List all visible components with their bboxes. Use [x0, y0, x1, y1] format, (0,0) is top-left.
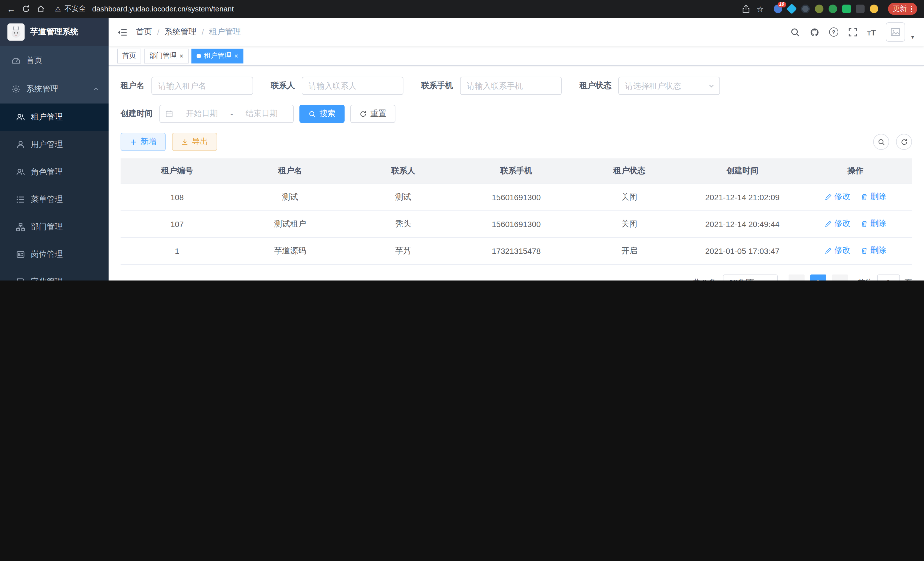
search-icon[interactable]: [790, 27, 800, 37]
back-icon[interactable]: ←: [7, 5, 15, 13]
sidebar-item-home[interactable]: 首页: [0, 46, 109, 75]
cell-phone: 15601691300: [460, 211, 573, 237]
breadcrumb-item[interactable]: 系统管理: [165, 27, 196, 37]
prev-page-button[interactable]: ‹: [789, 274, 805, 281]
extension-badge: 10: [778, 2, 785, 8]
search-button[interactable]: 搜索: [299, 105, 345, 123]
edit-link[interactable]: 修改: [825, 219, 850, 229]
status-select[interactable]: [618, 77, 720, 95]
tenant-name-input[interactable]: [152, 77, 253, 95]
org-tree-icon: [16, 223, 25, 232]
extension-icon[interactable]: [786, 3, 796, 14]
extension-icon[interactable]: 10: [773, 5, 782, 13]
sidebar-item-user[interactable]: 用户管理: [0, 131, 109, 158]
table-row[interactable]: 1 芋道源码 芋艿 17321315478 开启 2021-01-05 17:0…: [121, 237, 912, 264]
toggle-search-button[interactable]: [873, 134, 889, 150]
edit-link[interactable]: 修改: [825, 246, 850, 256]
bookmark-star-icon[interactable]: ☆: [757, 4, 764, 14]
add-button[interactable]: 新增: [121, 133, 166, 151]
github-icon[interactable]: [810, 27, 819, 37]
goto-label: 前往: [858, 277, 873, 281]
refresh-icon[interactable]: [22, 5, 30, 13]
avatar[interactable]: [886, 22, 905, 42]
caret-down-icon[interactable]: ▼: [910, 35, 915, 40]
extension-icon[interactable]: [842, 5, 850, 13]
cell-tenant-name: 芋道源码: [234, 237, 347, 264]
extension-icon[interactable]: [869, 5, 878, 13]
share-icon[interactable]: [742, 5, 750, 13]
create-time-label: 创建时间: [121, 109, 153, 119]
tags-view: 首页 部门管理 × 租户管理 ×: [109, 46, 924, 66]
trash-icon: [861, 193, 868, 201]
tab-dept[interactable]: 部门管理 ×: [144, 48, 189, 63]
sidebar-item-menu[interactable]: 菜单管理: [0, 186, 109, 213]
sidebar-item-dict[interactable]: 字典管理: [0, 268, 109, 281]
chevron-up-icon: [93, 86, 99, 93]
download-icon: [181, 138, 189, 146]
cell-phone: 17321315478: [460, 237, 573, 264]
close-icon[interactable]: ×: [234, 52, 238, 59]
cell-tenant-id: 108: [121, 183, 234, 211]
breadcrumb-item[interactable]: 首页: [136, 27, 152, 37]
refresh-table-button[interactable]: [896, 134, 912, 150]
security-indicator[interactable]: ⚠ 不安全: [55, 4, 86, 14]
cell-created: 2021-12-14 21:02:09: [686, 183, 799, 211]
date-range-picker[interactable]: 开始日期 - 结束日期: [159, 105, 294, 123]
status-label: 租户状态: [579, 81, 611, 91]
page-size-select[interactable]: 10条/页: [723, 274, 778, 281]
sidebar-logo[interactable]: 芋道管理系统: [0, 18, 109, 46]
sidebar-toggle-button[interactable]: [109, 28, 136, 36]
edit-icon: [825, 193, 832, 201]
cell-operations: 修改 删除: [799, 183, 912, 211]
system-submenu: 租户管理 用户管理 角色管理 菜单管理: [0, 104, 109, 281]
refresh-icon: [359, 110, 367, 117]
help-icon[interactable]: ?: [829, 27, 838, 37]
extension-icon[interactable]: [801, 5, 809, 13]
home-icon[interactable]: [37, 5, 45, 13]
sidebar-item-dept[interactable]: 部门管理: [0, 213, 109, 241]
cell-status: 关闭: [573, 183, 686, 211]
cell-contact: 芋艿: [346, 237, 460, 264]
reset-button[interactable]: 重置: [350, 105, 395, 123]
screen: ← ⚠ 不安全 dashboard.yudao.iocoder.cn/syste…: [0, 0, 924, 281]
table-header-row: 租户编号 租户名 联系人 联系手机 租户状态 创建时间 操作: [121, 158, 912, 183]
address-bar[interactable]: dashboard.yudao.iocoder.cn/system/tenant: [92, 5, 735, 13]
table-row[interactable]: 108 测试 测试 15601691300 关闭 2021-12-14 21:0…: [121, 183, 912, 211]
close-icon[interactable]: ×: [179, 52, 183, 59]
font-size-icon[interactable]: TT: [867, 28, 876, 36]
users-icon: [16, 113, 25, 122]
delete-link[interactable]: 删除: [861, 246, 886, 256]
cell-contact: 秃头: [346, 211, 460, 237]
sidebar-item-tenant[interactable]: 租户管理: [0, 104, 109, 131]
page-number-button[interactable]: 1: [810, 274, 826, 281]
sidebar-item-role[interactable]: 角色管理: [0, 158, 109, 186]
book-icon: [16, 277, 25, 281]
goto-page-input[interactable]: [877, 274, 900, 281]
sidebar-item-post[interactable]: 岗位管理: [0, 241, 109, 268]
fullscreen-icon[interactable]: [848, 27, 858, 37]
tenant-table: 租户编号 租户名 联系人 联系手机 租户状态 创建时间 操作 108 测试: [121, 158, 912, 265]
column-header-name: 租户名: [234, 158, 347, 183]
phone-input[interactable]: [460, 77, 562, 95]
extension-icon[interactable]: [828, 5, 837, 13]
extension-icon[interactable]: [856, 5, 864, 13]
column-header-phone: 联系手机: [460, 158, 573, 183]
next-page-button[interactable]: ›: [832, 274, 848, 281]
export-button[interactable]: 导出: [172, 133, 217, 151]
user-icon: [16, 140, 25, 149]
extension-icon[interactable]: [814, 5, 823, 13]
update-label: 更新: [893, 4, 907, 14]
delete-link[interactable]: 删除: [861, 192, 886, 202]
cell-phone: 15601691300: [460, 183, 573, 211]
phone-label: 联系手机: [421, 81, 453, 91]
sidebar-item-system[interactable]: 系统管理: [0, 75, 109, 104]
edit-link[interactable]: 修改: [825, 192, 850, 202]
trash-icon: [861, 247, 868, 254]
search-form-row-1: 租户名 联系人 联系手机 租户状态: [121, 77, 912, 95]
tab-tenant[interactable]: 租户管理 ×: [191, 48, 243, 63]
table-row[interactable]: 107 测试租户 秃头 15601691300 关闭 2021-12-14 20…: [121, 211, 912, 237]
tab-home[interactable]: 首页: [117, 48, 141, 63]
browser-update-button[interactable]: 更新: [888, 3, 917, 15]
contact-input[interactable]: [302, 77, 404, 95]
delete-link[interactable]: 删除: [861, 219, 886, 229]
